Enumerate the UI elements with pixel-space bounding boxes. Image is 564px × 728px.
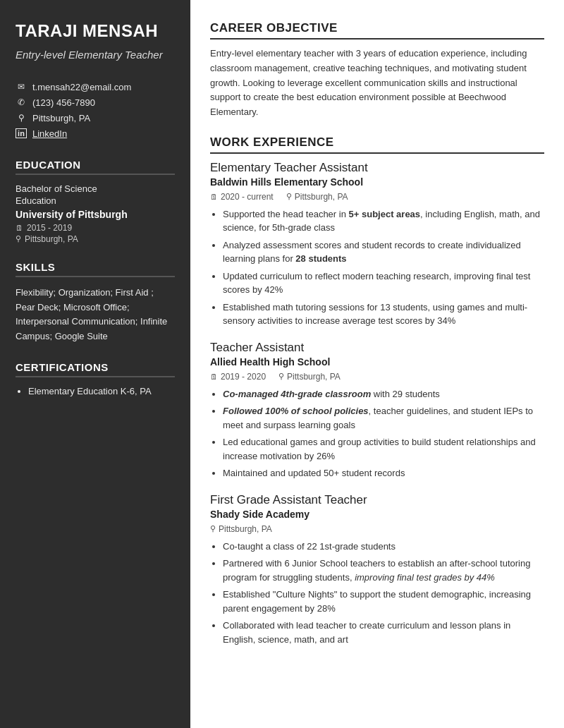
career-objective-text: Entry-level elementary teacher with 3 ye… [210,47,544,120]
email-icon: ✉ [16,82,27,92]
edu-field: Education [16,195,175,206]
bullet-3-3: Established "Culture Nights" to support … [223,588,544,615]
linkedin-icon: in [16,128,27,138]
contact-location: ⚲ Pittsburgh, PA [16,113,175,123]
job-company-2: Allied Health High School [210,356,544,368]
main-content: CAREER OBJECTIVE Entry-level elementary … [190,0,564,728]
location-text: Pittsburgh, PA [32,113,90,123]
pin-icon-3: ⚲ [210,524,216,533]
job-location-3: ⚲ Pittsburgh, PA [210,524,544,534]
bullet-1-3: Updated curriculum to reflect modern tea… [223,269,544,297]
pin-icon-2: ⚲ [278,372,284,381]
contact-email: ✉ t.mensah22@email.com [16,82,175,92]
job-title-1: Elementary Teacher Assistant [210,161,544,175]
certifications-section-title: CERTIFICATIONS [16,361,175,377]
bullet-2-4: Maintained and updated 50+ student recor… [223,466,544,480]
pin-icon-edu: ⚲ [16,234,21,243]
location-icon: ⚲ [16,113,27,123]
job-meta-2: 🗓 2019 - 2020 ⚲ Pittsburgh, PA [210,372,544,382]
bullet-1-4: Established math tutoring sessions for 1… [223,301,544,328]
contact-linkedin[interactable]: in LinkedIn [16,128,175,139]
job-title-2: Teacher Assistant [210,341,544,355]
edu-years: 🗓 2015 - 2019 [16,223,175,233]
job-dates-1: 🗓 2020 - current [210,192,274,202]
edu-location: ⚲ Pittsburgh, PA [16,234,175,244]
contact-section: ✉ t.mensah22@email.com ✆ (123) 456-7890 … [16,82,175,139]
education-section: EDUCATION Bachelor of Science Education … [16,159,175,244]
job-entry-3: First Grade Assistant Teacher Shady Side… [210,493,544,647]
bullet-3-1: Co-taught a class of 22 1st-grade studen… [223,540,544,554]
cert-item: Elementary Education K-6, PA [28,386,175,396]
job-bullets-1: Supported the head teacher in 5+ subject… [210,207,544,328]
skills-text: Flexibility; Organization; First Aid ; P… [16,286,175,344]
phone-icon: ✆ [16,97,27,107]
calendar-icon-2: 🗓 [210,372,218,381]
linkedin-link[interactable]: LinkedIn [32,128,67,139]
job-company-1: Baldwin Hills Elementary School [210,176,544,188]
job-dates-2: 🗓 2019 - 2020 [210,372,266,382]
phone-text: (123) 456-7890 [32,97,95,108]
bullet-2-2: Followed 100% of school policies, teache… [223,404,544,432]
job-entry-1: Elementary Teacher Assistant Baldwin Hil… [210,161,544,328]
bullet-3-2: Partnered with 6 Junior School teachers … [223,557,544,584]
education-section-title: EDUCATION [16,159,175,175]
bullet-3-4: Collaborated with lead teacher to create… [223,619,544,646]
contact-phone: ✆ (123) 456-7890 [16,97,175,108]
career-objective-section: CAREER OBJECTIVE Entry-level elementary … [210,21,544,120]
calendar-icon-edu: 🗓 [16,224,23,232]
certifications-list: Elementary Education K-6, PA [16,386,175,396]
bullet-2-1: Co-managed 4th-grade classroom with 29 s… [223,387,544,401]
job-location-2: ⚲ Pittsburgh, PA [278,372,341,382]
work-experience-title: WORK EXPERIENCE [210,135,544,154]
career-objective-title: CAREER OBJECTIVE [210,21,544,40]
sidebar: TARAJI MENSAH Entry-level Elementary Tea… [0,0,190,728]
job-bullets-3: Co-taught a class of 22 1st-grade studen… [210,540,544,647]
edu-degree: Bachelor of Science [16,183,175,194]
pin-icon-1: ⚲ [286,192,292,201]
bullet-1-1: Supported the head teacher in 5+ subject… [223,207,544,235]
bullet-1-2: Analyzed assessment scores and student r… [223,238,544,266]
job-title-3: First Grade Assistant Teacher [210,493,544,507]
certifications-section: CERTIFICATIONS Elementary Education K-6,… [16,361,175,396]
candidate-name: TARAJI MENSAH [16,21,175,42]
candidate-title: Entry-level Elementary Teacher [16,47,175,62]
calendar-icon-1: 🗓 [210,193,218,201]
edu-school: University of Pittsburgh [16,209,175,220]
job-location-1: ⚲ Pittsburgh, PA [286,192,348,202]
job-bullets-2: Co-managed 4th-grade classroom with 29 s… [210,387,544,480]
skills-section-title: SKILLS [16,261,175,277]
skills-section: SKILLS Flexibility; Organization; First … [16,261,175,344]
email-text: t.mensah22@email.com [32,82,131,92]
work-experience-section: WORK EXPERIENCE Elementary Teacher Assis… [210,135,544,647]
job-meta-1: 🗓 2020 - current ⚲ Pittsburgh, PA [210,192,544,202]
job-entry-2: Teacher Assistant Allied Health High Sch… [210,341,544,480]
bullet-2-3: Led educational games and group activiti… [223,435,544,463]
job-company-3: Shady Side Academy [210,509,544,520]
